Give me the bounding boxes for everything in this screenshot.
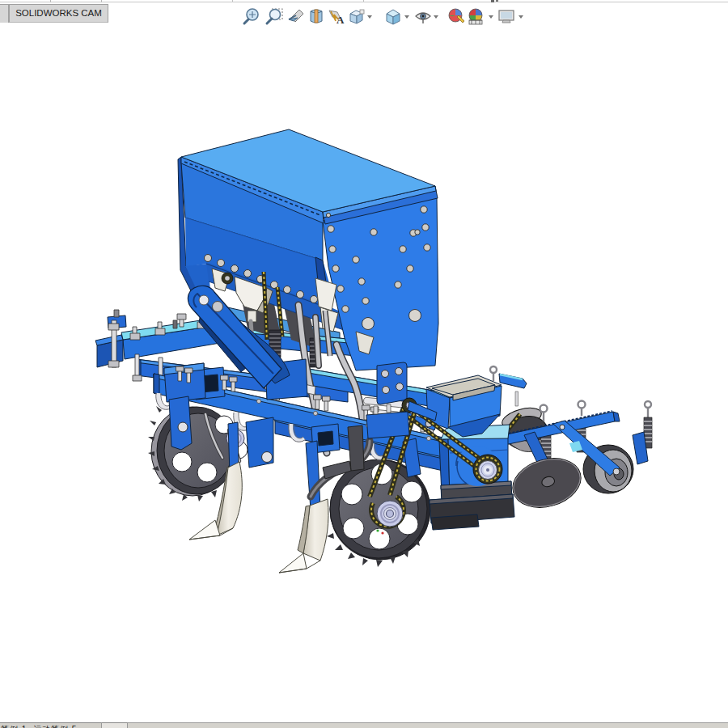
svg-text:A: A — [336, 14, 345, 26]
